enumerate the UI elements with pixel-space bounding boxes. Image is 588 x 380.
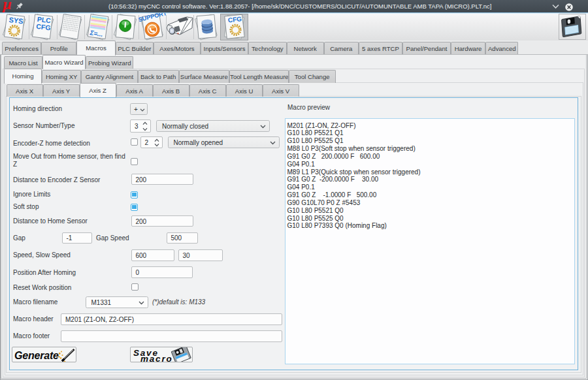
svg-text:CFG: CFG: [227, 15, 242, 24]
